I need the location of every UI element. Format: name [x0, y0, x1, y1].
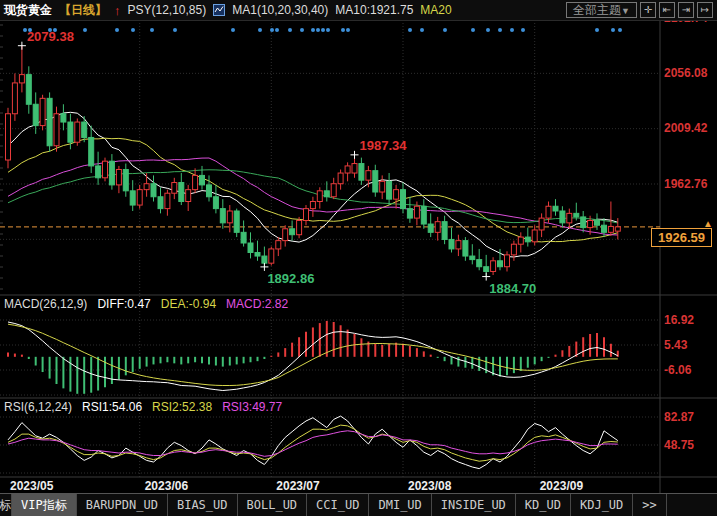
tab-partial[interactable]: 标 [0, 494, 12, 516]
macd-title: MACD(26,12,9) [4, 297, 87, 311]
x-axis-label: 2023/09 [540, 479, 583, 493]
price-axis-label: 2056.08 [664, 66, 707, 80]
x-axis-label: 2023/07 [276, 479, 319, 493]
rsi-axis-label: 82.87 [664, 410, 694, 424]
tab-kdj[interactable]: KDJ_UD [571, 494, 633, 516]
macd-diff-value: DIFF:0.47 [97, 297, 150, 311]
tab-barupdn[interactable]: BARUPDN_UD [77, 494, 168, 516]
psy-indicator-label: PSY(12,10,85) [128, 3, 207, 17]
tab-more[interactable]: >> [633, 494, 666, 516]
chevron-down-icon: ▼ [621, 6, 630, 16]
tab-cci[interactable]: CCI_UD [307, 494, 369, 516]
annotation-high: 1987.34 [360, 138, 407, 153]
rsi-axis-label: 48.75 [664, 438, 694, 452]
rsi-label-row: RSI(6,12,24) RSI1:54.06 RSI2:52.38 RSI3:… [4, 400, 282, 414]
up-arrow-icon: ↑ [114, 3, 121, 18]
annotation-low: 1892.86 [267, 271, 314, 286]
tab-vip-indicators[interactable]: VIP指标 [12, 494, 77, 516]
tab-inside[interactable]: INSIDE_UD [432, 494, 516, 516]
ma20-label: MA20 [420, 3, 451, 17]
x-axis-label: 2023/06 [145, 479, 188, 493]
macd-hist-value: MACD:2.82 [226, 297, 288, 311]
x-axis-label: 2023/08 [408, 479, 451, 493]
period-label: 【日线】 [59, 2, 107, 19]
current-price-badge: 1926.59 [651, 228, 712, 247]
rsi-title: RSI(6,12,24) [4, 400, 72, 414]
header-toolbar: 全部主题▼ ✛ ⇤ ⇥ ↦ [566, 2, 713, 18]
chart-canvas[interactable] [0, 0, 717, 516]
tab-kd[interactable]: KD_UD [516, 494, 571, 516]
shift-right-icon[interactable]: ↦ [697, 2, 713, 18]
mini-chart-icon [213, 4, 225, 16]
trading-app-window: 现货黄金 【日线】 ↑ PSY(12,10,85) MA1(10,20,30,4… [0, 0, 717, 516]
ma10-value-label: MA10:1921.75 [335, 3, 413, 17]
instrument-title: 现货黄金 [4, 2, 52, 19]
ma-group-label: MA1(10,20,30,40) [232, 3, 328, 17]
tab-dmi[interactable]: DMI_UD [369, 494, 431, 516]
rsi3-value: RSI3:49.77 [222, 400, 282, 414]
zoom-in-icon[interactable]: ⇥ [678, 2, 694, 18]
rsi2-value: RSI2:52.38 [152, 400, 212, 414]
pan-tool-icon[interactable]: ✛ [640, 2, 656, 18]
tab-bias[interactable]: BIAS_UD [168, 494, 238, 516]
price-axis-label: 2009.42 [664, 121, 707, 135]
theme-dropdown[interactable]: 全部主题▼ [566, 2, 637, 18]
macd-label-row: MACD(26,12,9) DIFF:0.47 DEA:-0.94 MACD:2… [4, 297, 288, 311]
tab-boll[interactable]: BOLL_UD [238, 494, 308, 516]
annotation-high: 2079.38 [27, 29, 74, 44]
macd-axis-label: 5.43 [664, 338, 687, 352]
indicator-tab-bar: 标 VIP指标 BARUPDN_UD BIAS_UD BOLL_UD CCI_U… [0, 493, 717, 516]
price-axis-label: 1962.76 [664, 177, 707, 191]
annotation-low: 1884.70 [489, 281, 536, 296]
macd-dea-value: DEA:-0.94 [161, 297, 216, 311]
macd-axis-label: 16.92 [664, 313, 694, 327]
chart-header: 现货黄金 【日线】 ↑ PSY(12,10,85) MA1(10,20,30,4… [0, 0, 717, 21]
zoom-out-icon[interactable]: ⇤ [659, 2, 675, 18]
macd-axis-label: -6.06 [664, 363, 691, 377]
x-axis-label: 2023/05 [10, 479, 53, 493]
rsi1-value: RSI1:54.06 [82, 400, 142, 414]
